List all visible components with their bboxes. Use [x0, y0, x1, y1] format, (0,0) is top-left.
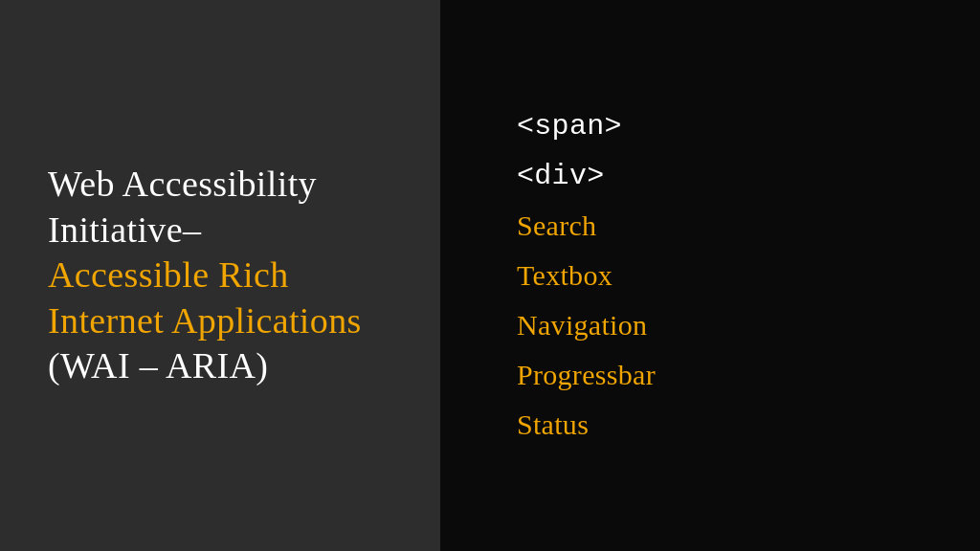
list-item-span: <span> — [517, 110, 656, 143]
title-line-4: Internet Applications — [48, 298, 362, 344]
list-item-textbox: Textbox — [517, 259, 656, 292]
title-line-3: Accessible Rich — [48, 253, 362, 298]
list-item-status: Status — [517, 408, 656, 441]
list-item-navigation: Navigation — [517, 309, 656, 342]
title-line-1: Web Accessibility — [48, 162, 362, 208]
title-block: Web Accessibility Initiative– Accessible… — [48, 162, 362, 389]
left-panel: Web Accessibility Initiative– Accessible… — [0, 0, 440, 551]
list-item-search: Search — [517, 209, 656, 242]
list-block: <span> <div> Search Textbox Navigation P… — [517, 110, 656, 441]
list-item-div: <div> — [517, 160, 656, 192]
title-line-2: Initiative– — [48, 208, 362, 253]
title-line-5: (WAI – ARIA) — [48, 343, 362, 389]
list-item-progressbar: Progressbar — [517, 359, 656, 391]
right-panel: <span> <div> Search Textbox Navigation P… — [440, 0, 980, 551]
